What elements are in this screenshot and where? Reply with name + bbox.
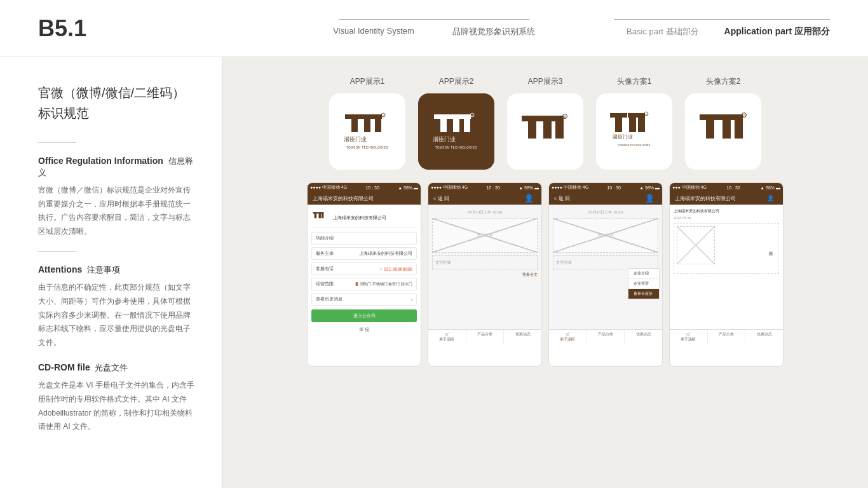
phone-mockup-2: ●●●● 中国移动 4G 10 : 30 ▲ 98% ▬ < 返 回 👤 05月… bbox=[428, 182, 542, 367]
svg-text:湯臣门业: 湯臣门业 bbox=[613, 134, 633, 140]
svg-rect-42 bbox=[313, 212, 318, 214]
section1-title: Office Regulation Information 信息释义 bbox=[38, 156, 196, 179]
basic-part-label: Basic part 基础部分 bbox=[627, 26, 698, 37]
app-icon-3: R bbox=[507, 93, 583, 170]
phone1-enter-btn[interactable]: 进入公众号 bbox=[311, 309, 417, 322]
phone-mockup-4: ●●● 中国移动 4G 10 : 30 ▲ 98% ▬ 上海碭米安的科技有限公司… bbox=[669, 182, 783, 367]
app-icon-5: R bbox=[685, 93, 761, 170]
phone1-report-btn[interactable]: 举 报 bbox=[311, 325, 417, 335]
svg-rect-26 bbox=[610, 113, 627, 118]
phone2-bottom-nav: 🛒关于汤臣 产品分类 优惠动态 bbox=[428, 329, 541, 344]
svg-rect-10 bbox=[434, 114, 453, 119]
phone3-context-menu: 企业介绍 企业营营 董事长致辞 bbox=[628, 268, 660, 299]
phone2-image: 图片区域 bbox=[432, 218, 538, 253]
phone1-menu-history: 查看历史消息 › bbox=[311, 293, 417, 306]
app-icon-4: R 湯臣门业 TOMSON TECHNOLOGIES bbox=[596, 93, 672, 170]
divider-2 bbox=[38, 251, 76, 252]
svg-rect-19 bbox=[522, 116, 543, 121]
app-display-5: 头像方案2 R bbox=[685, 76, 761, 170]
vis-system-cn: 品牌视觉形象识别系统 bbox=[452, 26, 535, 37]
phone2-viewall: 查看全文 bbox=[432, 272, 538, 278]
phone4-nav: 上海碭米安的科技有限公司 👤 bbox=[670, 192, 783, 205]
header-divider bbox=[339, 19, 529, 20]
main-content: 官微（微博/微信/二维码）标识规范 Office Regulation Info… bbox=[0, 57, 868, 488]
phone3-text: 文字区域 bbox=[553, 255, 658, 269]
svg-text:R: R bbox=[383, 114, 384, 118]
phone1-menu-scope: 经营范围 🚪 消防门 不锈钢门 卷帘门 防火门 bbox=[311, 278, 417, 290]
section2-title: Attentions 注意事项 bbox=[38, 264, 196, 276]
application-part-label: Application part 应用部分 bbox=[724, 26, 830, 37]
phone1-header: 上海碭米安的科技有限公司 bbox=[311, 208, 417, 228]
svg-text:湯臣门业: 湯臣门业 bbox=[344, 136, 367, 142]
header-center-labels: Visual Identity System 品牌视觉形象识别系统 bbox=[333, 26, 535, 37]
phone3-bottom-nav: 🛒关于汤臣 产品分类 优惠动态 bbox=[549, 329, 662, 344]
section-number: B5.1 bbox=[38, 15, 140, 42]
phone1-logo bbox=[311, 211, 329, 225]
brand-logo-4: R 湯臣门业 TOMSON TECHNOLOGIES bbox=[606, 109, 663, 154]
header-center: Visual Identity System 品牌视觉形象识别系统 bbox=[333, 19, 535, 37]
phone3-status: ●●●● 中国移动 4G 10 : 30 ▲ 98% ▬ bbox=[549, 183, 662, 192]
app-label-4: 头像方案1 bbox=[617, 76, 652, 87]
phone-mockup-1: ●●●● 中国移动 4G 10 : 30 ▲ 98% ▬ 上海碭米安的科技有限公… bbox=[307, 182, 421, 367]
phone4-body: 上海碭米安的科技有限公司 2018.05.18 内容区域 🛒关于汤臣 产品分类 … bbox=[670, 205, 783, 344]
brand-logo-5: R bbox=[695, 109, 752, 154]
app-display-2: APP展示2 R 湯臣门业 TOMSON TECHNOLOGIES bbox=[418, 76, 494, 170]
app-label-2: APP展示2 bbox=[439, 76, 474, 87]
left-panel: 官微（微博/微信/二维码）标识规范 Office Regulation Info… bbox=[0, 57, 222, 488]
brand-logo-3: R bbox=[517, 109, 574, 154]
app-display-4: 头像方案1 R 湯臣门业 TOMSON TECHNOLOGIES bbox=[596, 76, 672, 170]
section1-desc: 官微（微博／微信）标识规范是企业对外宣传的重要媒介之一，应用时根据本手册规范统一… bbox=[38, 184, 196, 238]
app-label-1: APP展示1 bbox=[350, 76, 385, 87]
context-item-2: 企业营营 bbox=[628, 279, 659, 289]
header-right-divider bbox=[614, 19, 830, 20]
phone3-date: 05月18日上午 10:30 bbox=[553, 210, 658, 215]
app-display-row: APP展示1 R 湯臣门业 TOMSON TECHNO bbox=[248, 76, 843, 170]
vis-system-en: Visual Identity System bbox=[333, 26, 414, 37]
phone2-nav: < 返 回 👤 bbox=[428, 192, 541, 205]
phone4-bottom-nav: 🛒关于汤臣 产品分类 优惠动态 bbox=[670, 329, 783, 344]
svg-text:TOMSON TECHNOLOGIES: TOMSON TECHNOLOGIES bbox=[618, 144, 651, 147]
svg-rect-4 bbox=[375, 114, 381, 132]
phone3-avatar: 👤 bbox=[642, 191, 657, 206]
app-label-3: APP展示3 bbox=[528, 76, 563, 87]
phone2-status: ●●●● 中国移动 4G 10 : 30 ▲ 98% ▬ bbox=[428, 183, 541, 192]
brand-logo-2: R 湯臣门业 TOMSON TECHNOLOGIES bbox=[428, 109, 485, 154]
svg-text:R: R bbox=[646, 113, 648, 116]
phone2-date: 05月13日上午 10:30 bbox=[432, 210, 538, 215]
phone3-nav: < 返 回 👤 bbox=[549, 192, 662, 205]
brand-logo-1: R 湯臣门业 TOMSON TECHNOLOGIES bbox=[339, 109, 396, 154]
svg-rect-29 bbox=[638, 113, 645, 132]
svg-rect-38 bbox=[735, 114, 743, 139]
svg-text:TOMSON TECHNOLOGIES: TOMSON TECHNOLOGIES bbox=[435, 146, 477, 149]
phone1-menu-phone: 客服电话 + 021-98868888 bbox=[311, 262, 417, 275]
svg-rect-13 bbox=[464, 114, 470, 132]
top-header: B5.1 Visual Identity System 品牌视觉形象识别系统 B… bbox=[0, 0, 868, 57]
svg-text:TOMSON TECHNOLOGIES: TOMSON TECHNOLOGIES bbox=[346, 146, 388, 149]
phone4-content: 内容区域 bbox=[674, 223, 779, 274]
phone2-avatar: 👤 bbox=[521, 191, 536, 206]
svg-rect-22 bbox=[555, 116, 564, 139]
phone4-date: 2018.05.18 bbox=[674, 216, 779, 220]
app-label-5: 头像方案2 bbox=[706, 76, 741, 87]
phone-row: ●●●● 中国移动 4G 10 : 30 ▲ 98% ▬ 上海碭米安的科技有限公… bbox=[248, 182, 843, 367]
header-right-labels: Basic part 基础部分 Application part 应用部分 bbox=[627, 26, 830, 37]
app-icon-1: R 湯臣门业 TOMSON TECHNOLOGIES bbox=[329, 93, 405, 170]
phone-mockup-3: ●●●● 中国移动 4G 10 : 30 ▲ 98% ▬ < 返 回 👤 05月… bbox=[548, 182, 663, 367]
phone2-text: 文字区域 bbox=[432, 255, 538, 269]
phone4-title: 上海碭米安的科技有限公司 bbox=[674, 208, 779, 214]
svg-text:R: R bbox=[471, 114, 473, 118]
svg-rect-1 bbox=[345, 114, 364, 119]
app-display-1: APP展示1 R 湯臣门业 TOMSON TECHNO bbox=[329, 76, 405, 170]
phone3-image: 图片区域 bbox=[553, 218, 658, 253]
app-display-3: APP展示3 R bbox=[507, 76, 583, 170]
svg-text:湯臣门业: 湯臣门业 bbox=[433, 136, 456, 142]
phone4-status: ●●● 中国移动 4G 10 : 30 ▲ 98% ▬ bbox=[670, 183, 783, 192]
app-icon-2: R 湯臣门业 TOMSON TECHNOLOGIES bbox=[418, 93, 494, 170]
svg-rect-35 bbox=[700, 114, 721, 120]
svg-rect-45 bbox=[322, 212, 323, 218]
divider-1 bbox=[38, 142, 76, 143]
section2-desc: 由于信息的不确定性，此页部分规范（如文字大小、间距等）可作为参考使用，具体可根据… bbox=[38, 281, 196, 349]
phone1-nav: 上海碭米安的科技有限公司 bbox=[308, 192, 421, 205]
context-item-3: 董事长致辞 bbox=[628, 289, 659, 299]
phone1-menu-host: 服务主体 上海碭米安的科技有限公司 bbox=[311, 247, 417, 260]
